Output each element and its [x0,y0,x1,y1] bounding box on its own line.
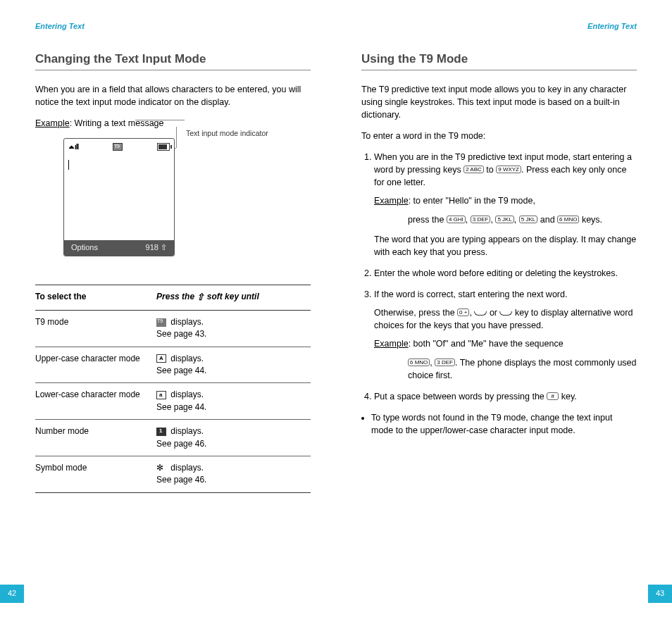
table-col1-header: To select the [35,285,156,310]
step1-tail: The word that you are typing appears on … [374,233,637,258]
step-1: When you are in the T9 predictive text i… [374,151,637,258]
heading-left: Changing the Text Input Mode [35,51,311,70]
key-6-icon: 6 MNO [408,359,430,366]
lead-right: To enter a word in the T9 mode: [361,130,637,142]
t9-icon [156,318,166,327]
lowercase-icon [156,391,166,399]
page-left: Entering Text Changing the Text Input Mo… [0,21,336,617]
number-icon [156,428,166,436]
steps-list: When you are in the T9 predictive text i… [361,151,637,403]
key-9-icon: 9 WXYZ [496,166,521,173]
key-6-icon: 6 MNO [557,216,579,223]
text-cursor [68,160,69,170]
key-2-icon: 2 ABC [463,166,484,173]
table-row: Upper-case character mode displays.See p… [35,347,311,383]
key-3-icon: 3 DEF [435,359,455,366]
step-4: Put a space between words by pressing th… [374,390,637,403]
t9-mode-icon [113,143,123,151]
step3-example-keys: 6 MNO, 3 DEF. The phone displays the mos… [408,356,637,382]
example-label: Example [35,118,70,128]
step1-example-keys: press the 4 GHI, 3 DEF, 5 JKL, 5 JKL and… [408,213,637,226]
phone-mockup: ⏶ıll Options 918 ⇧ [63,138,175,256]
softkey-options: Options [71,242,98,254]
intro-left: When you are in a field that allows char… [35,83,311,108]
page-number-right: 43 [648,585,672,603]
key-4-icon: 4 GHI [447,216,466,223]
key-5-icon: 5 JKL [519,216,537,223]
up-arrow-icon: ⇧ [197,292,204,302]
page-right: Entering Text Using the T9 Mode The T9 p… [336,21,672,617]
char-counter: 918 ⇧ [146,242,167,254]
step-2: Enter the whole word before editing or d… [374,267,637,280]
table-row: T9 mode displays.See page 43. [35,310,311,347]
heading-right: Using the T9 Mode [361,51,637,70]
phone-diagram: Text input mode indicator ⏶ıll Options 9… [63,138,275,256]
key-3-icon: 3 DEF [471,216,491,223]
step1-example-label: Example [374,196,409,206]
table-row: Symbol mode displays.See page 46. [35,456,311,492]
battery-icon [157,143,170,151]
note-bullet: To type words not found in the T9 mode, … [371,411,637,437]
step-3: If the word is correct, start entering t… [374,288,637,382]
step3-example-label: Example [374,339,409,349]
symbol-icon [156,464,166,473]
table-row: Lower-case character mode displays.See p… [35,383,311,420]
softkey-right-icon [499,311,512,316]
key-hash-icon: # [547,392,559,400]
uppercase-icon [156,354,166,363]
page-number-left: 42 [0,585,24,603]
key-0-icon: 0 + [457,308,469,316]
table-col2-header: Press the ⇧ soft key until [156,285,311,310]
signal-icon: ⏶ıll [68,142,78,153]
running-head-left: Entering Text [35,21,311,32]
table-row: Number mode displays.See page 46. [35,420,311,456]
mode-table: To select the Press the ⇧ soft key until… [35,285,311,493]
callout-text: Text input mode indicator [186,128,270,139]
intro-right: The T9 predictive text input mode allows… [361,83,637,121]
running-head-right: Entering Text [361,21,637,32]
notes-list: To type words not found in the T9 mode, … [361,411,637,437]
key-5-icon: 5 JKL [495,216,514,223]
softkey-left-icon [474,311,487,316]
